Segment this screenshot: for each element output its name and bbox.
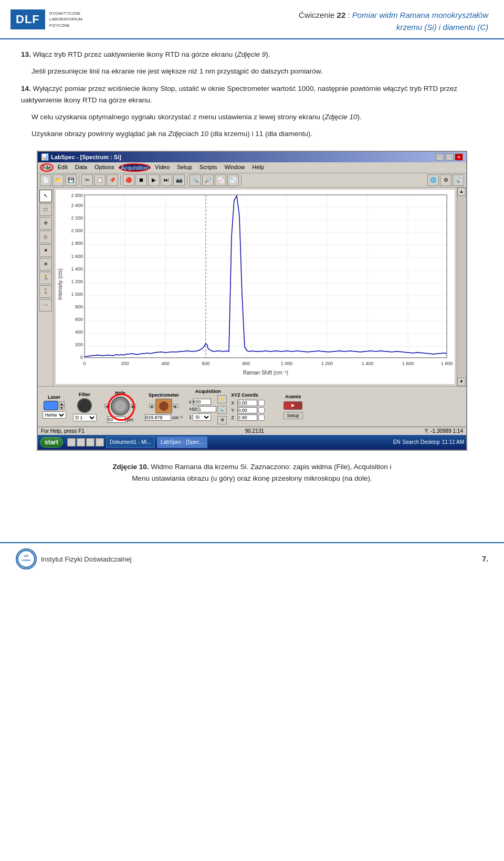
minimize-button[interactable]: _ — [436, 153, 444, 161]
tool-rect[interactable]: □ — [39, 203, 52, 216]
acq-icon2[interactable]: 📡 — [217, 406, 227, 414]
taskbar-en: EN — [393, 439, 401, 445]
svg-rect-1 — [85, 195, 447, 358]
y-coord-input[interactable] — [237, 407, 257, 413]
menu-window[interactable]: Window — [221, 163, 248, 172]
svg-text:200: 200 — [121, 361, 129, 366]
z-coord-check[interactable] — [258, 414, 265, 421]
win-controls[interactable]: _ □ × — [436, 153, 463, 161]
toolbar-btn2[interactable]: ⏹ — [135, 174, 147, 186]
tool-star[interactable]: ✦ — [39, 244, 52, 257]
svg-text:2 600: 2 600 — [71, 193, 83, 198]
menu-data[interactable]: Data — [72, 163, 90, 172]
toolbar-btn4[interactable]: ⏭ — [161, 174, 172, 186]
scroll-down[interactable]: ▼ — [457, 378, 466, 386]
menu-video[interactable]: Video — [152, 163, 173, 172]
toolbar-sep4 — [241, 175, 242, 185]
x-coord-check[interactable] — [258, 400, 265, 406]
close-button[interactable]: × — [455, 153, 463, 161]
hole-arrow-left[interactable]: ◄ — [104, 404, 110, 408]
toolbar-right3[interactable]: 📡 — [453, 174, 464, 186]
tool-cross[interactable]: ✕ — [39, 258, 52, 271]
toolbar-copy[interactable]: 📋 — [94, 174, 106, 186]
item14-num: 14. — [21, 85, 31, 92]
svg-text:2 200: 2 200 — [71, 215, 83, 221]
taskbar-item-dokument[interactable]: Dokument1 - Mi... — [106, 437, 155, 448]
setup-button[interactable]: Setup — [284, 412, 303, 419]
aramis-icon[interactable]: ▶ — [284, 401, 302, 410]
hole-value-input[interactable] — [107, 417, 125, 423]
acq-icon1[interactable]: ⚡ — [217, 395, 227, 403]
restore-button[interactable]: □ — [445, 153, 454, 161]
y-coord-check[interactable] — [258, 407, 265, 413]
item13-end: ). — [266, 50, 270, 58]
tool-figure1[interactable]: 🏃 — [39, 272, 52, 284]
title-italic: Pomiar widm Ramana monokryształów — [352, 11, 488, 19]
svg-text:GDAŃSK: GDAŃSK — [22, 559, 30, 562]
tool-more[interactable]: ⋯ — [39, 299, 52, 312]
laser-arrow-down[interactable]: ▼ — [59, 406, 65, 410]
taskbar-item-labspec[interactable]: LabSpec - [Spec... — [157, 437, 207, 448]
scroll-up[interactable]: ▲ — [457, 188, 466, 196]
start-button[interactable]: start — [40, 437, 63, 448]
menu-scripts[interactable]: Scripts — [196, 163, 220, 172]
spec-arrow-left[interactable]: ◄ — [149, 404, 154, 408]
filter-select[interactable]: D 1 — [73, 414, 97, 421]
laser-group: Laser ▲ ▼ HeNe — [41, 395, 67, 419]
toolbar-btn7[interactable]: 🔎 — [202, 174, 214, 186]
tool-figure2[interactable]: 🚶 — [39, 285, 52, 298]
acq-y-input[interactable] — [198, 406, 216, 412]
toolbar-btn5[interactable]: 📷 — [173, 174, 185, 186]
acq-x-input[interactable] — [193, 399, 211, 405]
svg-text:Intensity (cts): Intensity (cts) — [57, 268, 63, 299]
acq-z-select[interactable]: Si — [193, 413, 211, 421]
toolbar-btn3[interactable]: ▶ — [148, 174, 160, 186]
menu-options[interactable]: Options — [91, 163, 118, 172]
toolbar-new[interactable]: 📄 — [40, 174, 51, 186]
item14-note1-text: W celu uzyskania optymalnego sygnału sko… — [32, 113, 324, 121]
z-coord-input[interactable] — [237, 414, 257, 421]
menu-help[interactable]: Help — [249, 163, 268, 172]
hole-icon — [111, 397, 130, 416]
toolbar-row1: 📄 📂 💾 ✂ 📋 📌 🔴 ⏹ ▶ ⏭ 📷 🔍 🔎 📈 📉 🌐 ⚙ 📡 — [38, 173, 466, 188]
taskbar-item-labspec-label: LabSpec - [Spec... — [161, 439, 204, 445]
menu-edit[interactable]: Edit — [55, 163, 71, 172]
spec-arrow-right[interactable]: ► — [173, 404, 178, 408]
filter-group: Filter D 1 — [71, 392, 98, 421]
toolbar-open[interactable]: 📂 — [52, 174, 64, 186]
x-coord-input[interactable] — [237, 400, 257, 406]
tool-arrow[interactable]: ↖ — [39, 190, 52, 202]
toolbar-paste[interactable]: 📌 — [107, 174, 118, 186]
tool-diamond[interactable]: ◇ — [39, 231, 52, 243]
item14-ref: Zdjęcie 10 — [324, 113, 357, 121]
toolbar-right1[interactable]: 🌐 — [427, 174, 439, 186]
menu-acquisition[interactable]: Acquisition — [119, 163, 151, 172]
svg-text:Raman Shift (cm⁻¹): Raman Shift (cm⁻¹) — [243, 370, 288, 376]
hole-arrow-right[interactable]: ► — [131, 404, 136, 408]
menu-file[interactable]: File — [40, 163, 54, 172]
laser-arrow-up[interactable]: ▲ — [59, 401, 65, 406]
svg-text:1 000: 1 000 — [71, 292, 83, 297]
win-title-left: 📊 LabSpec - [Spectrum : Si] — [41, 153, 121, 161]
acq-icon3[interactable]: ⚙ — [217, 416, 227, 424]
right-scrollbar[interactable]: ▲ ▼ — [457, 188, 466, 386]
item14-text: Wyłączyć pomiar przez wciśniecie ikony S… — [21, 85, 457, 104]
toolbar-save[interactable]: 💾 — [65, 174, 77, 186]
figure-caption: Zdjęcie 10. Widmo Ramana dla krzemu Si. … — [21, 461, 483, 485]
title-line2: krzemu (Si) i diamentu (C) — [396, 23, 488, 32]
toolbar-btn1[interactable]: 🔴 — [123, 174, 134, 186]
toolbar-btn6[interactable]: 🔍 — [190, 174, 201, 186]
toolbar-btn9[interactable]: 📉 — [227, 174, 239, 186]
aramis-group: Aramis ▶ Setup — [277, 394, 309, 419]
toolbar-sep3 — [187, 175, 187, 185]
laser-select[interactable]: HeNe — [43, 411, 66, 419]
toolbar-btn8[interactable]: 📈 — [215, 174, 226, 186]
spectrometer-value-input[interactable] — [145, 414, 171, 421]
tool-crosshair[interactable]: ✛ — [39, 217, 52, 230]
status-bar: For Help, press F1 90.2131 Y: -1.30989 1… — [38, 427, 466, 435]
menu-setup[interactable]: Setup — [174, 163, 195, 172]
win-titlebar: 📊 LabSpec - [Spectrum : Si] _ □ × — [38, 152, 466, 162]
workspace: ↖ □ ✛ ◇ ✦ ✕ 🏃 🚶 ⋯ — [38, 188, 466, 386]
toolbar-cut[interactable]: ✂ — [81, 174, 93, 186]
toolbar-right2[interactable]: ⚙ — [440, 174, 452, 186]
